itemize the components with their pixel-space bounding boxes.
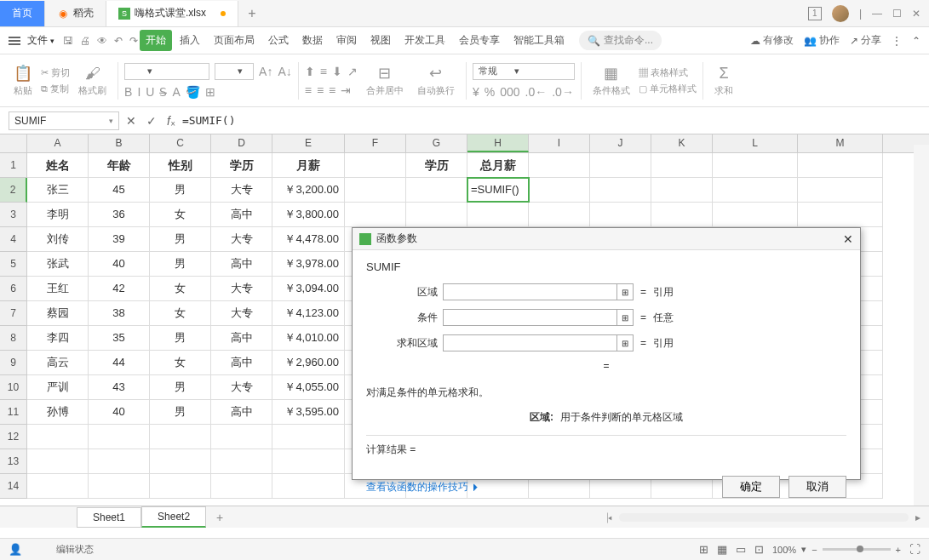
menu-vip[interactable]: 会员专享: [453, 30, 506, 51]
cell-E12[interactable]: [272, 425, 345, 449]
row-8[interactable]: 8: [0, 326, 27, 351]
menu-insert[interactable]: 插入: [174, 30, 206, 51]
percent-icon[interactable]: %: [485, 85, 495, 99]
close-button[interactable]: ✕: [912, 8, 920, 20]
range-picker-icon[interactable]: ⊞: [616, 309, 634, 326]
cell-D2[interactable]: 大专: [211, 178, 272, 202]
row-5[interactable]: 5: [0, 252, 27, 277]
ok-button[interactable]: 确定: [722, 476, 780, 498]
col-K[interactable]: K: [651, 134, 713, 152]
minimize-button[interactable]: —: [872, 8, 882, 20]
cell-D4[interactable]: 大专: [211, 227, 272, 251]
col-H[interactable]: H: [467, 134, 529, 152]
cell-L3[interactable]: [713, 203, 798, 226]
cell-A3[interactable]: 李明: [27, 203, 89, 226]
changes-indicator[interactable]: ☁有修改: [750, 33, 794, 48]
cell-C8[interactable]: 男: [150, 326, 211, 350]
range-picker-icon[interactable]: ⊞: [616, 283, 634, 300]
counter-badge[interactable]: 1: [808, 7, 822, 20]
menu-view[interactable]: 视图: [364, 30, 397, 51]
cell-A1[interactable]: 姓名: [27, 153, 89, 177]
cell-A8[interactable]: 李四: [27, 326, 89, 350]
cell-A7[interactable]: 蔡园: [27, 301, 89, 325]
cell-E9[interactable]: ￥2,960.00: [272, 351, 345, 374]
dec-dec-icon[interactable]: .0→: [552, 85, 574, 99]
preview-icon[interactable]: 👁: [97, 35, 107, 47]
italic-icon[interactable]: I: [137, 85, 140, 99]
col-M[interactable]: M: [798, 134, 883, 152]
format-painter[interactable]: 🖌格式刷: [73, 65, 112, 97]
cell-E3[interactable]: ￥3,800.00: [272, 203, 345, 226]
zoom-control[interactable]: 100%▾ − +: [772, 544, 901, 555]
cell-D6[interactable]: 大专: [211, 277, 272, 300]
col-A[interactable]: A: [27, 134, 89, 152]
col-L[interactable]: L: [713, 134, 798, 152]
chevron-up-icon[interactable]: ⌃: [912, 35, 920, 47]
cell-K1[interactable]: [651, 153, 713, 177]
print-icon[interactable]: 🖨: [80, 35, 90, 47]
cell-B3[interactable]: 36: [89, 203, 150, 226]
cell-M2[interactable]: [798, 178, 883, 202]
cell-J3[interactable]: [590, 203, 651, 226]
cell-G3[interactable]: [406, 203, 467, 226]
cell-C14[interactable]: [150, 474, 211, 498]
redo-icon[interactable]: ↷: [129, 35, 138, 47]
cell-B8[interactable]: 35: [89, 326, 150, 350]
cell-D7[interactable]: 大专: [211, 301, 272, 325]
indent-icon[interactable]: ⇥: [341, 83, 351, 97]
col-J[interactable]: J: [590, 134, 651, 152]
menu-data[interactable]: 数据: [296, 30, 329, 51]
align-right-icon[interactable]: ≡: [329, 83, 335, 97]
col-D[interactable]: D: [211, 134, 272, 152]
formula-input[interactable]: =SUMIF(): [182, 114, 236, 127]
cell-A14[interactable]: [27, 474, 89, 498]
col-F[interactable]: F: [345, 134, 406, 152]
view-page-icon[interactable]: ▭: [736, 543, 746, 556]
scroll-start-icon[interactable]: ⎹◂: [599, 511, 612, 523]
strike-icon[interactable]: S̶: [159, 85, 167, 99]
inc-dec-icon[interactable]: .0←: [525, 85, 548, 99]
col-I[interactable]: I: [529, 134, 590, 152]
underline-icon[interactable]: U: [146, 85, 154, 99]
view-normal-icon[interactable]: ⊞: [699, 543, 708, 556]
cell-A9[interactable]: 高云: [27, 351, 89, 374]
cell-C4[interactable]: 男: [150, 227, 211, 251]
cell-E6[interactable]: ￥3,094.00: [272, 277, 345, 300]
orient-icon[interactable]: ↗: [347, 65, 358, 78]
inc-font-icon[interactable]: A↑: [259, 65, 272, 78]
reading-icon[interactable]: ⊡: [754, 543, 764, 556]
cell-B5[interactable]: 40: [89, 252, 150, 276]
table-style[interactable]: ▦ 表格样式: [639, 66, 697, 79]
align-top-icon[interactable]: ⬆: [305, 65, 315, 78]
cell-M3[interactable]: [798, 203, 883, 226]
cell-A6[interactable]: 王红: [27, 277, 89, 300]
cell-B4[interactable]: 39: [89, 227, 150, 251]
collab-button[interactable]: 👥协作: [804, 33, 840, 48]
cell-F3[interactable]: [345, 203, 406, 226]
cell-C7[interactable]: 女: [150, 301, 211, 325]
cell-D3[interactable]: 高中: [211, 203, 272, 226]
file-menu[interactable]: 文件 ▾: [27, 33, 54, 48]
cell-I2[interactable]: [529, 178, 590, 202]
cell-B2[interactable]: 45: [89, 178, 150, 202]
col-B[interactable]: B: [89, 134, 150, 152]
cut-button[interactable]: ✂ 剪切: [41, 66, 70, 79]
command-search[interactable]: 🔍查找命令...: [579, 31, 662, 50]
tab-document[interactable]: S嗨格式课堂.xlsx: [106, 1, 238, 26]
param-input[interactable]: [443, 309, 617, 326]
fill-icon[interactable]: 🪣: [186, 85, 200, 99]
scroll-right-icon[interactable]: ▸: [915, 511, 920, 523]
cell-C3[interactable]: 女: [150, 203, 211, 226]
cell-B13[interactable]: [89, 449, 150, 473]
cell-B1[interactable]: 年龄: [89, 153, 150, 177]
row-6[interactable]: 6: [0, 277, 27, 301]
menu-review[interactable]: 审阅: [330, 30, 363, 51]
zoom-slider[interactable]: [823, 548, 891, 551]
cell-E14[interactable]: [272, 474, 345, 498]
cell-A12[interactable]: [27, 425, 89, 449]
cell-C12[interactable]: [150, 425, 211, 449]
hamburger-icon[interactable]: [9, 37, 20, 45]
menu-dev[interactable]: 开发工具: [399, 30, 451, 51]
cell-style[interactable]: ▢ 单元格样式: [639, 83, 697, 95]
zoom-in-icon[interactable]: +: [896, 545, 901, 555]
